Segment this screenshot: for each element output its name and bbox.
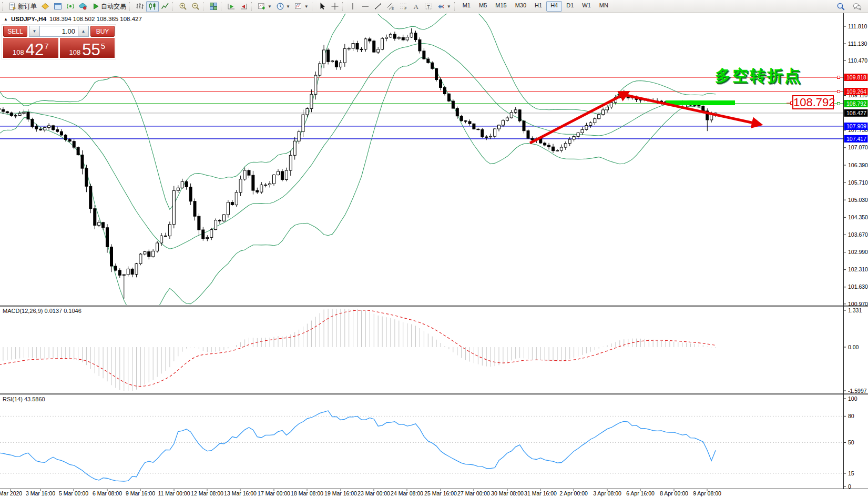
fibonacci-button[interactable]: F [397, 1, 410, 12]
volume-input[interactable] [40, 26, 78, 37]
timeframe-M15[interactable]: M15 [491, 1, 510, 12]
svg-text:18 Mar 08:00: 18 Mar 08:00 [291, 490, 323, 496]
sell-price-pips: 42 [26, 43, 44, 56]
sell-price-box[interactable]: 108427 [3, 38, 58, 58]
buy-price-box[interactable]: 108555 [60, 38, 115, 58]
volume-down-button[interactable]: ▼ [29, 26, 40, 37]
text-label-button[interactable]: T [422, 1, 435, 12]
svg-text:107.070: 107.070 [848, 144, 868, 150]
periods-button[interactable]: ▼ [274, 1, 292, 12]
timeframe-W1[interactable]: W1 [578, 1, 595, 12]
ohlc-values: 108.394 108.502 108.365 108.427 [49, 16, 142, 22]
bar-chart-button[interactable] [134, 1, 146, 12]
market-watch-button[interactable] [77, 1, 89, 12]
cursor-button[interactable] [316, 1, 329, 12]
svg-text:13 Mar 16:00: 13 Mar 16:00 [224, 490, 257, 496]
candle-chart-button[interactable] [146, 1, 159, 12]
svg-text:F: F [404, 7, 406, 11]
charts-window-button[interactable] [39, 1, 52, 12]
toolbar-grip [221, 2, 223, 11]
timeframe-MN[interactable]: MN [595, 1, 612, 12]
zoom-out-icon [191, 2, 200, 11]
toolbar-grip [342, 2, 345, 11]
bar-chart-icon [136, 2, 144, 11]
periods-icon [276, 2, 284, 11]
svg-text:31 Mar 16:00: 31 Mar 16:00 [524, 490, 557, 496]
svg-text:25 Mar 16:00: 25 Mar 16:00 [424, 490, 457, 496]
trend-line-button[interactable] [372, 1, 384, 12]
signals-button[interactable] [64, 1, 77, 12]
tile-windows-button[interactable] [207, 1, 220, 12]
svg-text:50: 50 [848, 439, 854, 445]
profiles-button[interactable] [52, 1, 64, 12]
search-button[interactable] [834, 1, 847, 12]
crosshair-button[interactable] [329, 1, 341, 12]
equidistant-channel-button[interactable]: E [384, 1, 397, 12]
chevron-down-icon[interactable]: ▼ [304, 4, 309, 9]
templates-icon [294, 2, 303, 11]
horizontal-line-button[interactable] [359, 1, 372, 12]
zoom-out-button[interactable] [189, 1, 202, 12]
symbol-info: ▲ USDJPY-,H4 108.394 108.502 108.365 108… [4, 16, 142, 22]
timeframe-H1[interactable]: H1 [530, 1, 546, 12]
buy-price-base: 108 [69, 49, 80, 56]
timeframe-M5[interactable]: M5 [475, 1, 491, 12]
arrows-button[interactable]: ▼ [435, 1, 453, 12]
tile-windows-icon [209, 2, 218, 11]
one-click-trading-panel: SELL ▼ ▲ BUY 108427 108555 [2, 24, 116, 59]
toolbar-grip [454, 2, 457, 11]
collapse-arrow-icon[interactable]: ▲ [4, 17, 8, 22]
buy-button[interactable]: BUY [90, 26, 115, 37]
timeframe-D1[interactable]: D1 [562, 1, 578, 12]
timeframe-M1[interactable]: M1 [458, 1, 475, 12]
zoom-in-button[interactable] [177, 1, 189, 12]
chevron-down-icon[interactable]: ▼ [447, 4, 451, 9]
svg-text:0.00: 0.00 [848, 344, 859, 350]
chat-icon [853, 2, 862, 11]
toolbar-grip [312, 2, 314, 11]
svg-text:109.818: 109.818 [846, 74, 866, 80]
line-chart-button[interactable] [159, 1, 171, 12]
svg-text:T: T [427, 4, 430, 9]
new-order-label: 新订单 [18, 2, 37, 11]
mt4-window: 111.810111.130110.470109.110107.750107.0… [0, 0, 868, 497]
svg-text:8 Apr 00:00: 8 Apr 00:00 [660, 490, 688, 496]
indicators-icon [258, 2, 266, 11]
svg-text:17 Mar 00:00: 17 Mar 00:00 [258, 490, 290, 496]
svg-text:100: 100 [848, 395, 857, 402]
profiles-icon [54, 2, 62, 11]
vertical-line-icon [349, 2, 357, 11]
chevron-down-icon[interactable]: ▼ [268, 4, 272, 9]
signals-icon [66, 2, 75, 11]
vertical-line-button[interactable] [346, 1, 359, 12]
toolbar-grip [2, 2, 5, 11]
sell-button[interactable]: SELL [3, 26, 27, 37]
trend-line-icon [374, 2, 382, 11]
toolbar-grip [129, 2, 132, 11]
templates-button[interactable]: ▼ [292, 1, 311, 12]
svg-text:3 Apr 08:00: 3 Apr 08:00 [593, 490, 621, 496]
svg-text:101.630: 101.630 [848, 283, 868, 290]
new-order-button[interactable]: 新订单 [6, 1, 39, 12]
autotrading-button[interactable]: 自动交易 [89, 1, 128, 12]
buy-price-pips: 55 [82, 43, 100, 56]
timeframe-H4[interactable]: H4 [546, 1, 562, 12]
timeframe-M30[interactable]: M30 [511, 1, 530, 12]
chevron-down-icon[interactable]: ▼ [286, 4, 290, 9]
auto-scroll-button[interactable] [225, 1, 238, 12]
chart-shift-icon [240, 2, 248, 11]
turning-point-annotation: 多空转折点 [715, 65, 802, 87]
chart-shift-button[interactable] [238, 1, 250, 12]
indicators-button[interactable]: ▼ [256, 1, 274, 12]
autotrading-label: 自动交易 [101, 2, 126, 11]
svg-text:6 Mar 08:00: 6 Mar 08:00 [93, 490, 122, 496]
volume-up-button[interactable]: ▲ [78, 26, 89, 37]
fibonacci-icon: F [399, 2, 407, 11]
zoom-in-icon [179, 2, 187, 11]
svg-text:102.990: 102.990 [848, 249, 868, 255]
svg-text:0: 0 [848, 483, 851, 490]
chat-button[interactable] [851, 1, 864, 12]
sell-price-base: 108 [13, 49, 24, 56]
svg-text:27 Mar 00:00: 27 Mar 00:00 [457, 490, 490, 496]
text-button[interactable]: A [410, 1, 422, 12]
